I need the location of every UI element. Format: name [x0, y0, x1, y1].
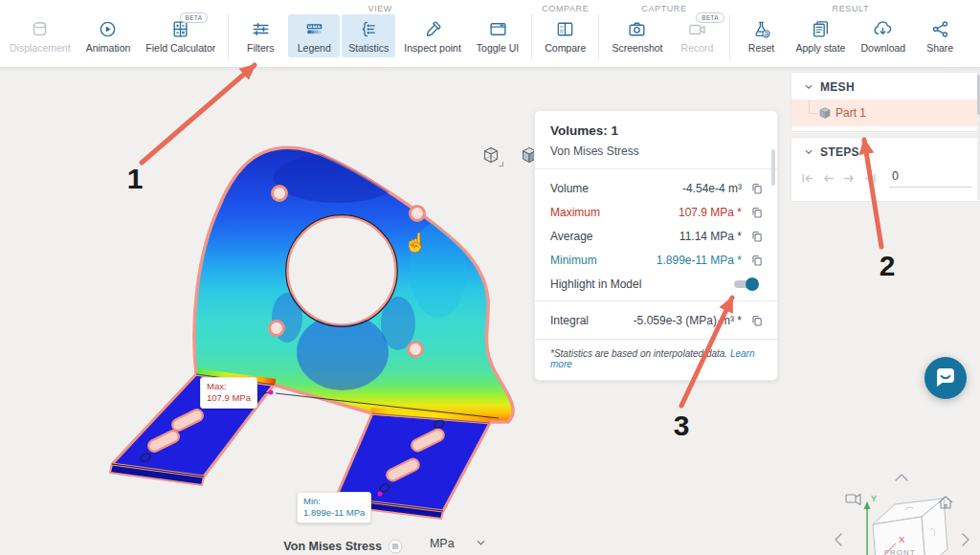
steps-panel-header[interactable]: STEPS — [791, 138, 980, 165]
statistics-icon — [359, 19, 379, 39]
toolbar-button-compare[interactable]: Compare — [538, 14, 592, 57]
axis-x-label: X — [899, 534, 905, 544]
nav-rotate-up-button[interactable] — [896, 475, 907, 480]
highlight-in-model-row: Highlight in Model — [550, 272, 764, 296]
legend-title: Von Mises Stress — [283, 540, 382, 553]
stat-row-maximum: Maximum107.9 MPa * — [550, 200, 764, 224]
stat-value: -4.54e-4 m³ — [589, 182, 742, 195]
toolbar-button-record: BETARecord — [672, 14, 724, 57]
mesh-panel-header[interactable]: MESH — [791, 73, 980, 100]
toolbar-button-screenshot[interactable]: Screenshot — [605, 14, 669, 57]
toolbar-divider — [531, 14, 532, 59]
copy-button[interactable] — [750, 254, 764, 267]
toolbar-button-label: Toggle UI — [477, 42, 519, 54]
nav-home-button[interactable] — [939, 497, 952, 508]
mesh-panel: MESH Part 1 — [791, 72, 980, 132]
unit-dropdown[interactable]: MPa — [424, 537, 490, 555]
statistics-scrollbar[interactable] — [771, 149, 775, 186]
next-step-icon[interactable] — [842, 169, 858, 187]
footnote-text: *Statistics are based on interpolated da… — [550, 348, 730, 359]
toolbar-group-result: RESULTResetApply stateDownloadShare — [735, 0, 968, 67]
toggle-ui-icon — [488, 19, 508, 39]
last-step-icon[interactable] — [862, 169, 878, 187]
legend-menu-icon[interactable] — [388, 539, 403, 554]
model-part-1[interactable] — [110, 147, 513, 519]
toolbar-button-reset[interactable]: Reset — [736, 14, 788, 57]
first-step-icon[interactable] — [800, 169, 815, 187]
axis-y-label: Y — [871, 494, 877, 503]
highlight-label: Highlight in Model — [550, 278, 641, 291]
step-number-input[interactable] — [889, 168, 972, 188]
toolbar-button-statistics[interactable]: Statistics — [342, 14, 395, 57]
integral-row: Integral -5.059e-3 (MPa)·m³ * — [550, 308, 764, 332]
integral-label: Integral — [550, 314, 589, 327]
copy-button[interactable] — [750, 206, 764, 219]
statistics-rows: Volume-4.54e-4 m³Maximum107.9 MPa *Avera… — [535, 169, 777, 300]
toolbar-button-label: Field Calculator — [145, 42, 215, 54]
toolbar-button-label: Apply state — [796, 42, 846, 54]
toolbar-section-label: VIEW — [368, 3, 392, 14]
tree-connector — [809, 100, 818, 114]
toolbar-button-label: Reset — [748, 42, 774, 54]
mesh-panel-title: MESH — [820, 80, 855, 94]
toolbar-button-legend[interactable]: Legend — [288, 14, 340, 57]
integral-value: -5.059e-3 (MPa)·m³ * — [589, 314, 742, 327]
toolbar-button-label: Record — [681, 42, 714, 54]
toolbar-button-filters[interactable]: Filters — [234, 14, 286, 57]
toolbar-divider — [729, 14, 730, 59]
toolbar-button-field-calculator[interactable]: BETAField Calculator — [139, 14, 222, 57]
min-point-marker — [378, 492, 383, 497]
apply-state-icon — [811, 19, 831, 39]
max-value-flag: Max: 107.9 MPa — [200, 377, 257, 409]
beta-badge: BETA — [180, 12, 209, 23]
nav-rotate-left-button[interactable] — [835, 534, 841, 545]
toolbar-section-label: RESULT — [833, 3, 869, 14]
statistics-panel-subtitle: Von Mises Stress — [550, 144, 762, 158]
toolbar-divider — [598, 14, 599, 59]
toolbar-section-label: CAPTURE — [641, 3, 686, 14]
navigation-cube[interactable]: X FRONT Y — [835, 475, 969, 555]
toolbar-button-animation[interactable]: Animation — [79, 14, 138, 57]
chevron-down-icon — [804, 147, 813, 157]
toolbar-group-compare: COMPARECompare — [537, 0, 593, 67]
previous-step-icon[interactable] — [821, 169, 836, 187]
download-icon — [873, 19, 893, 39]
toolbar-button-inspect-point[interactable]: Inspect point — [397, 14, 468, 57]
highlight-in-model-toggle[interactable] — [733, 278, 759, 291]
legend: Von Mises Stress MPa 1.899e-1121.643.264… — [247, 538, 526, 555]
beta-badge: BETA — [696, 12, 724, 23]
reset-icon — [751, 19, 771, 39]
toolbar-button-label: Animation — [86, 42, 131, 54]
statistics-panel-title: Volumes: 1 — [550, 123, 762, 138]
toolbar-button-label: Compare — [545, 42, 586, 54]
stat-label: Average — [550, 230, 592, 243]
min-flag-value: 1.899e-11 MPa — [303, 507, 365, 519]
copy-button[interactable] — [750, 230, 764, 243]
toolbar-button-label: Screenshot — [612, 42, 662, 54]
chat-support-button[interactable] — [924, 356, 968, 400]
copy-button[interactable] — [750, 314, 764, 327]
toolbar-button-displacement: Displacement — [3, 14, 78, 57]
toolbar-button-toggle-ui[interactable]: Toggle UI — [470, 14, 525, 57]
compare-icon — [555, 19, 575, 39]
steps-panel-title: STEPS — [820, 145, 859, 159]
mouse-cursor: ☝ — [404, 232, 427, 254]
toolbar-button-label: Inspect point — [404, 42, 461, 54]
min-value-flag: Min: 1.899e-11 MPa — [297, 492, 371, 523]
stat-value: 107.9 MPa * — [600, 206, 742, 219]
unit-value: MPa — [430, 537, 455, 550]
toolbar-button-download[interactable]: Download — [854, 14, 912, 57]
nav-cube-front-label: FRONT — [884, 548, 916, 555]
toolbar-button-apply-state[interactable]: Apply state — [790, 14, 853, 57]
post-processor-app: { "toolbar": { "beta_badge": "BETA", "gr… — [0, 0, 980, 555]
nav-camera-button[interactable] — [846, 495, 860, 505]
chevron-down-icon — [804, 82, 813, 92]
view-mode-button-wireframe-cube-icon[interactable] — [477, 142, 505, 168]
toolbar-button-label: Statistics — [348, 42, 389, 54]
animation-icon — [98, 19, 118, 39]
toolbar-button-share[interactable]: Share — [914, 14, 966, 57]
filters-icon — [251, 19, 271, 39]
mesh-tree-item-part-1[interactable]: Part 1 — [791, 100, 980, 126]
nav-rotate-right-button[interactable] — [963, 534, 969, 545]
copy-button[interactable] — [750, 182, 764, 195]
